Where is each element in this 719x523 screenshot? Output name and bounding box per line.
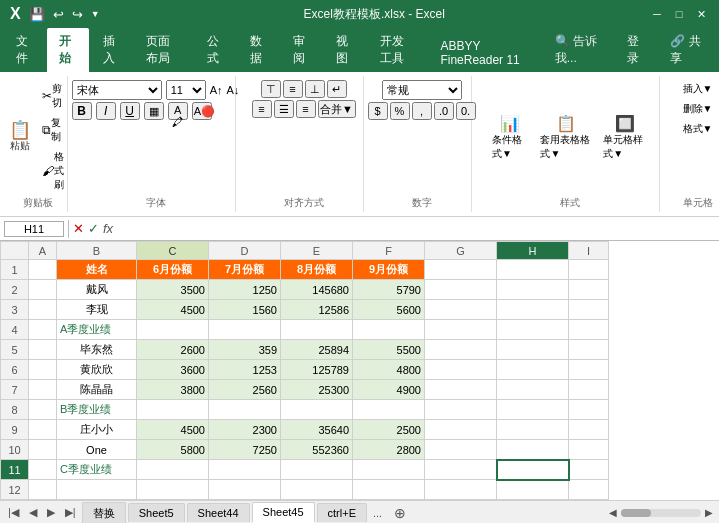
tab-nav-first-button[interactable]: |◀ <box>4 504 23 521</box>
paste-button[interactable]: 📋 粘贴 <box>6 119 34 155</box>
cell-c6[interactable]: 3600 <box>137 360 209 380</box>
cell-g7[interactable] <box>425 380 497 400</box>
cell-f6[interactable]: 4800 <box>353 360 425 380</box>
sheet-tab-sheet5[interactable]: Sheet5 <box>128 503 185 522</box>
tab-abbyy[interactable]: ABBYY FineReader 11 <box>428 34 540 72</box>
row-header-3[interactable]: 3 <box>1 300 29 320</box>
cell-i7[interactable] <box>569 380 609 400</box>
cell-f5[interactable]: 5500 <box>353 340 425 360</box>
cell-b4[interactable]: A季度业绩 <box>57 320 137 340</box>
cell-g10[interactable] <box>425 440 497 460</box>
insert-function-icon[interactable]: fx <box>103 221 113 236</box>
bold-button[interactable]: B <box>72 102 92 120</box>
col-header-e[interactable]: E <box>281 242 353 260</box>
delete-cells-button[interactable]: 删除▼ <box>679 100 717 118</box>
tab-login[interactable]: 登录 <box>615 28 656 72</box>
cell-g6[interactable] <box>425 360 497 380</box>
cell-h8[interactable] <box>497 400 569 420</box>
cell-e10[interactable]: 552360 <box>281 440 353 460</box>
cell-e2[interactable]: 145680 <box>281 280 353 300</box>
wrap-text-button[interactable]: ↵ <box>327 80 347 98</box>
cell-i12[interactable] <box>569 480 609 500</box>
tab-review[interactable]: 审阅 <box>281 28 322 72</box>
cell-d9[interactable]: 2300 <box>209 420 281 440</box>
qat-dropdown-button[interactable]: ▼ <box>89 7 102 21</box>
cell-style-button[interactable]: 🔲 单元格样式▼ <box>599 112 651 163</box>
col-header-i[interactable]: I <box>569 242 609 260</box>
align-middle-button[interactable]: ≡ <box>283 80 303 98</box>
cell-a3[interactable] <box>29 300 57 320</box>
cell-c1[interactable]: 6月份额 <box>137 260 209 280</box>
cell-i2[interactable] <box>569 280 609 300</box>
cell-h7[interactable] <box>497 380 569 400</box>
insert-cells-button[interactable]: 插入▼ <box>679 80 717 98</box>
cell-d8[interactable] <box>209 400 281 420</box>
cell-i4[interactable] <box>569 320 609 340</box>
row-header-10[interactable]: 10 <box>1 440 29 460</box>
copy-button[interactable]: ⧉ 复制 <box>38 114 70 146</box>
tab-file[interactable]: 文件 <box>4 28 45 72</box>
align-top-button[interactable]: ⊤ <box>261 80 281 98</box>
col-header-g[interactable]: G <box>425 242 497 260</box>
cell-h2[interactable] <box>497 280 569 300</box>
format-painter-button[interactable]: 🖌 格式刷 <box>38 148 70 194</box>
scroll-right-button[interactable]: ▶ <box>703 505 715 520</box>
cell-d10[interactable]: 7250 <box>209 440 281 460</box>
sheet-tab-ctrle[interactable]: ctrl+E <box>317 503 367 522</box>
cell-f12[interactable] <box>353 480 425 500</box>
cell-a2[interactable] <box>29 280 57 300</box>
cell-i6[interactable] <box>569 360 609 380</box>
cell-e5[interactable]: 25894 <box>281 340 353 360</box>
tab-page-layout[interactable]: 页面布局 <box>134 28 193 72</box>
cell-f10[interactable]: 2800 <box>353 440 425 460</box>
cell-i11[interactable] <box>569 460 609 480</box>
cell-g12[interactable] <box>425 480 497 500</box>
cell-e6[interactable]: 125789 <box>281 360 353 380</box>
cell-a10[interactable] <box>29 440 57 460</box>
cell-f8[interactable] <box>353 400 425 420</box>
cell-b1[interactable]: 姓名 <box>57 260 137 280</box>
tab-home[interactable]: 开始 <box>47 28 88 72</box>
row-header-12[interactable]: 12 <box>1 480 29 500</box>
cell-c8[interactable] <box>137 400 209 420</box>
cell-g2[interactable] <box>425 280 497 300</box>
cell-d1[interactable]: 7月份额 <box>209 260 281 280</box>
col-header-a[interactable]: A <box>29 242 57 260</box>
col-header-d[interactable]: D <box>209 242 281 260</box>
cell-i1[interactable] <box>569 260 609 280</box>
cell-f3[interactable]: 5600 <box>353 300 425 320</box>
col-header-h[interactable]: H <box>497 242 569 260</box>
row-header-5[interactable]: 5 <box>1 340 29 360</box>
horizontal-scrollbar[interactable] <box>621 509 701 517</box>
row-header-7[interactable]: 7 <box>1 380 29 400</box>
cell-e7[interactable]: 25300 <box>281 380 353 400</box>
cell-c4[interactable] <box>137 320 209 340</box>
tab-search[interactable]: 🔍 告诉我... <box>543 28 613 72</box>
cell-i3[interactable] <box>569 300 609 320</box>
formula-input[interactable] <box>117 223 715 235</box>
cell-h9[interactable] <box>497 420 569 440</box>
cell-f9[interactable]: 2500 <box>353 420 425 440</box>
sheet-tab-replace[interactable]: 替换 <box>82 502 126 524</box>
cell-a5[interactable] <box>29 340 57 360</box>
save-qat-button[interactable]: 💾 <box>27 5 47 24</box>
cell-e3[interactable]: 12586 <box>281 300 353 320</box>
align-right-button[interactable]: ≡ <box>296 100 316 118</box>
col-header-c[interactable]: C <box>137 242 209 260</box>
cell-b5[interactable]: 毕东然 <box>57 340 137 360</box>
align-center-button[interactable]: ☰ <box>274 100 294 118</box>
italic-button[interactable]: I <box>96 102 116 120</box>
cell-g8[interactable] <box>425 400 497 420</box>
align-left-button[interactable]: ≡ <box>252 100 272 118</box>
cell-a6[interactable] <box>29 360 57 380</box>
cell-b9[interactable]: 庄小小 <box>57 420 137 440</box>
row-header-4[interactable]: 4 <box>1 320 29 340</box>
name-box[interactable]: H11 <box>4 221 64 237</box>
cell-d11[interactable] <box>209 460 281 480</box>
row-header-8[interactable]: 8 <box>1 400 29 420</box>
cell-d7[interactable]: 2560 <box>209 380 281 400</box>
format-cells-button[interactable]: 格式▼ <box>679 120 717 138</box>
cell-a4[interactable] <box>29 320 57 340</box>
row-header-2[interactable]: 2 <box>1 280 29 300</box>
cell-b7[interactable]: 陈晶晶 <box>57 380 137 400</box>
